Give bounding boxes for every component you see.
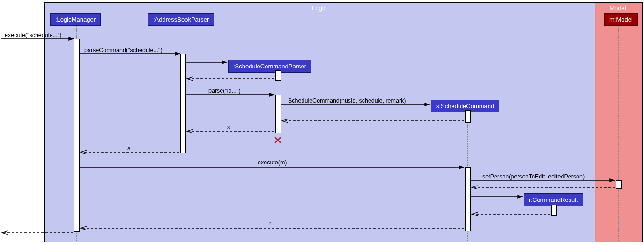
participant-model: m:Model [604,13,638,26]
activation-scp-1 [275,70,281,81]
logic-frame-label: Logic [309,4,331,13]
msg-parse-command: parseCommand("schedule...") [84,47,163,53]
msg-ret-r: r [269,220,271,227]
model-frame: Model [595,2,643,242]
participant-logic-manager: :LogicManager [50,13,101,26]
logic-frame: Logic [44,2,596,242]
activation-command-result [551,205,557,216]
activation-sc-2 [465,167,471,231]
msg-schedule-ctor: ScheduleCommand(nusId, schedule, remark) [288,97,406,104]
participant-schedule-command-parser: :ScheduleCommandParser [228,60,311,73]
activation-scp-2 [275,95,281,133]
activation-logic-manager [74,39,80,232]
destroy-icon: ✕ [274,134,282,147]
msg-ret-s1: s [227,124,230,131]
msg-ret-s2: s [127,145,130,152]
msg-execute-schedule: execute("schedule...") [5,32,61,38]
activation-address-book-parser [180,54,186,153]
model-frame-label: Model [607,4,630,13]
activation-model [616,180,622,189]
msg-set-person: setPerson(personToEdit, editedPerson) [482,173,585,180]
participant-address-book-parser: :AddressBookParser [148,13,214,26]
activation-sc-1 [465,110,471,123]
participant-command-result: r:CommandResult [524,193,583,206]
msg-execute-m: execute(m) [258,159,287,166]
msg-parse-id: parse("id...") [208,88,241,94]
lifeline-model [618,26,619,241]
